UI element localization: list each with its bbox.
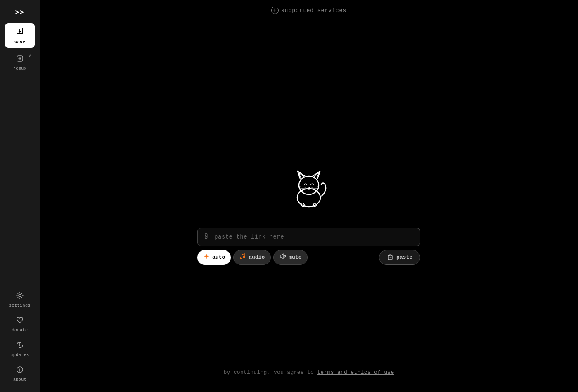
supported-services-button[interactable]: + supported services — [271, 7, 346, 14]
audio-button[interactable]: audio — [233, 250, 271, 265]
footer-before-text: by continuing, you agree to — [223, 369, 314, 375]
heart-icon — [16, 316, 24, 327]
sidebar-item-settings[interactable]: settings — [5, 288, 35, 311]
save-label: save — [14, 40, 25, 45]
audio-label: audio — [249, 254, 265, 260]
center-content: auto audio — [40, 33, 578, 392]
sidebar: >> save β remux — [0, 0, 40, 392]
auto-label: auto — [212, 254, 225, 260]
mute-label: mute — [289, 254, 301, 260]
buttons-row: auto audio — [197, 250, 420, 265]
svg-rect-0 — [17, 28, 23, 28]
auto-icon — [203, 253, 210, 262]
audio-icon — [239, 253, 246, 262]
url-input-wrapper — [197, 228, 420, 246]
paste-label: paste — [396, 254, 412, 260]
settings-label: settings — [9, 303, 31, 308]
main-content: + supported services — [40, 0, 578, 392]
svg-rect-2 — [22, 28, 23, 33]
save-button[interactable]: save — [5, 23, 35, 48]
svg-point-9 — [19, 368, 20, 369]
mute-button[interactable]: mute — [273, 250, 308, 265]
sidebar-item-remux[interactable]: β remux — [5, 51, 35, 74]
settings-icon — [16, 291, 24, 302]
remux-label: remux — [13, 66, 27, 71]
donate-label: donate — [12, 328, 28, 333]
footer-text: by continuing, you agree to terms and et… — [40, 369, 578, 375]
svg-line-14 — [312, 187, 318, 187]
remux-badge: β — [29, 53, 31, 57]
save-icon — [15, 26, 24, 38]
supported-services-label: supported services — [281, 7, 346, 14]
svg-rect-3 — [17, 33, 23, 34]
url-input[interactable] — [214, 234, 414, 240]
about-label: about — [13, 378, 27, 382]
svg-point-4 — [19, 294, 21, 297]
svg-line-18 — [242, 254, 245, 255]
sidebar-item-about[interactable]: about — [5, 362, 35, 385]
auto-button[interactable]: auto — [197, 250, 231, 265]
input-area: auto audio — [197, 228, 420, 265]
svg-line-12 — [299, 187, 306, 187]
sidebar-item-updates[interactable]: updates — [5, 338, 35, 361]
info-icon — [16, 366, 24, 376]
svg-rect-22 — [389, 255, 391, 256]
paste-button[interactable]: paste — [379, 250, 420, 265]
svg-point-6 — [19, 345, 20, 346]
top-bar: + supported services — [40, 7, 578, 14]
terms-link[interactable]: terms and ethics of use — [317, 369, 394, 375]
paste-icon — [387, 253, 393, 262]
sidebar-item-donate[interactable]: donate — [5, 313, 35, 336]
mute-icon — [280, 253, 286, 262]
remux-icon — [16, 54, 24, 65]
link-icon — [201, 231, 212, 242]
svg-point-11 — [299, 176, 319, 194]
updates-label: updates — [10, 353, 29, 357]
mascot-image — [282, 161, 336, 216]
collapse-button[interactable]: >> — [5, 5, 35, 20]
plus-circle-icon: + — [271, 7, 279, 14]
updates-icon — [16, 341, 24, 352]
svg-rect-1 — [17, 28, 17, 33]
